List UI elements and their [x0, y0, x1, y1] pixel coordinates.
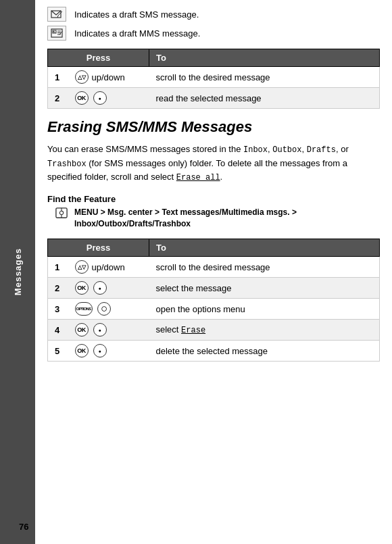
updown-button[interactable]: △▽ — [75, 70, 89, 84]
sidebar: Messages — [0, 0, 35, 544]
action-cell: scroll to the desired message — [149, 257, 380, 278]
find-feature-path-text: MENU > Msg. center > Text messages/Multi… — [74, 207, 380, 230]
bottom-table-container: Press To 1 △▽ up/down scroll to the desi… — [47, 239, 380, 362]
ok-button[interactable]: OK — [75, 323, 89, 337]
bottom-table-press-header: Press — [48, 239, 149, 257]
table-row: 2 OK ● read the selected message — [48, 88, 380, 109]
table-row: 3 OPTIONS ◯ open the options menu — [48, 299, 380, 320]
step-num: 4 — [48, 320, 68, 341]
step-num: 3 — [48, 299, 68, 320]
table-row: 5 OK ● delete the selected message — [48, 341, 380, 362]
ok-circle[interactable]: ● — [93, 323, 107, 337]
ok-button[interactable]: OK — [75, 281, 89, 295]
ok-button[interactable]: OK — [75, 91, 89, 105]
find-feature: Find the Feature MENU > Msg. center > Te… — [47, 194, 380, 230]
action-cell: scroll to the desired message — [149, 67, 380, 88]
press-label: up/down — [92, 72, 125, 82]
step-num: 2 — [48, 88, 68, 109]
section-heading: Erasing SMS/MMS Messages — [47, 118, 380, 136]
menu-svg — [54, 207, 69, 219]
ok-circle[interactable]: ● — [93, 281, 107, 295]
action-cell: open the options menu — [149, 299, 380, 320]
table-row: 4 OK ● select Erase — [48, 320, 380, 341]
press-cell: OK ● — [68, 278, 149, 299]
ok-button[interactable]: OK — [75, 344, 89, 357]
sidebar-label: Messages — [13, 248, 23, 295]
press-label: up/down — [92, 262, 125, 272]
menu-icon — [54, 207, 69, 219]
table-row: 1 △▽ up/down scroll to the desired messa… — [48, 67, 380, 88]
table-row: 2 OK ● select the message — [48, 278, 380, 299]
top-table: Press To 1 △▽ up/down scroll to the desi… — [47, 49, 380, 109]
options-button[interactable]: OPTIONS — [75, 302, 93, 316]
press-cell: OK ● — [68, 320, 149, 341]
find-feature-title: Find the Feature — [47, 194, 380, 204]
icon-row-sms: Indicates a draft SMS message. — [47, 7, 380, 22]
step-num: 2 — [48, 278, 68, 299]
sms-draft-description: Indicates a draft SMS message. — [74, 9, 199, 20]
erase-text: Erase — [181, 326, 205, 335]
top-table-to-header: To — [149, 49, 380, 67]
action-cell: delete the selected message — [149, 341, 380, 362]
action-cell: read the selected message — [149, 88, 380, 109]
icon-rows: Indicates a draft SMS message. In — [47, 7, 380, 41]
find-feature-path-container: MENU > Msg. center > Text messages/Multi… — [47, 207, 380, 230]
press-cell: OPTIONS ◯ — [68, 299, 149, 320]
press-cell: △▽ up/down — [68, 67, 149, 88]
action-cell: select the message — [149, 278, 380, 299]
sms-draft-icon-box — [47, 7, 66, 22]
main-content: Indicates a draft SMS message. In — [35, 0, 392, 544]
action-cell: select Erase — [149, 320, 380, 341]
options-circle[interactable]: ◯ — [97, 302, 111, 316]
ok-circle[interactable]: ● — [93, 91, 107, 105]
mms-draft-icon-box — [47, 26, 66, 41]
body-text: You can erase SMS/MMS messages stored in… — [47, 143, 380, 184]
top-table-press-header: Press — [48, 49, 149, 67]
mms-draft-description: Indicates a draft MMS message. — [74, 28, 200, 39]
mms-draft-icon — [51, 28, 63, 38]
press-cell: △▽ up/down — [68, 257, 149, 278]
step-num: 1 — [48, 257, 68, 278]
bottom-table: Press To 1 △▽ up/down scroll to the desi… — [47, 239, 380, 362]
page-number: 76 — [19, 522, 28, 532]
svg-point-13 — [59, 211, 63, 214]
icon-row-mms: Indicates a draft MMS message. — [47, 26, 380, 41]
press-cell: OK ● — [68, 341, 149, 362]
bottom-table-to-header: To — [149, 239, 380, 257]
step-num: 1 — [48, 67, 68, 88]
table-row: 1 △▽ up/down scroll to the desired messa… — [48, 257, 380, 278]
press-cell: OK ● — [68, 88, 149, 109]
updown-button[interactable]: △▽ — [75, 260, 89, 274]
sms-draft-icon — [51, 9, 63, 19]
top-table-container: Press To 1 △▽ up/down scroll to the desi… — [47, 49, 380, 109]
ok-circle[interactable]: ● — [93, 344, 107, 357]
step-num: 5 — [48, 341, 68, 362]
